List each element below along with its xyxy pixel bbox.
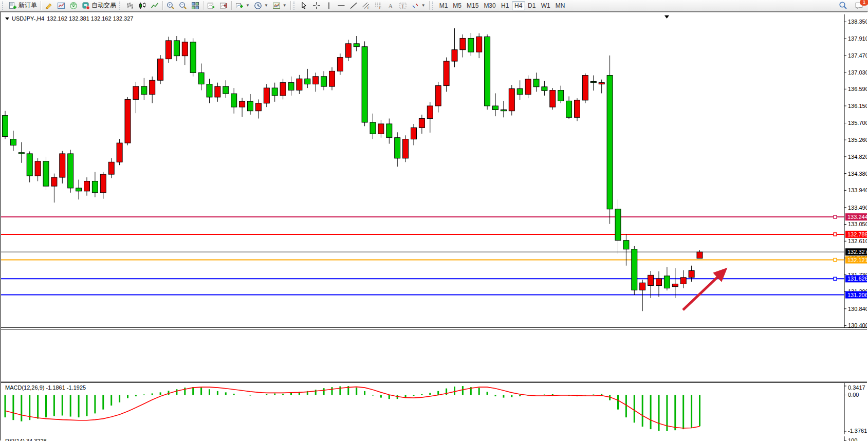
candle <box>672 268 678 298</box>
candle <box>68 150 73 193</box>
template-button[interactable]: ▼ <box>270 1 289 11</box>
zoom-out-button[interactable] <box>177 1 189 11</box>
signals-button[interactable] <box>67 1 80 11</box>
channel-tool-button[interactable]: E <box>360 1 372 11</box>
candle <box>607 56 613 224</box>
zoom-out-icon <box>179 2 187 10</box>
candle <box>174 36 179 61</box>
label-tool-button[interactable]: T <box>397 1 409 11</box>
candle <box>51 174 57 203</box>
horizontal-line-tool-button[interactable] <box>335 1 347 11</box>
trendline-tool-button[interactable] <box>347 1 360 11</box>
candle <box>100 172 106 199</box>
pane-separator[interactable] <box>1 327 867 329</box>
candle <box>255 99 261 118</box>
candle <box>493 94 498 117</box>
toolbar-grip[interactable] <box>119 2 123 10</box>
candle <box>419 115 424 134</box>
horizontal-level-line[interactable] <box>1 215 844 218</box>
macd-scale-label: 0.3417 <box>848 384 865 391</box>
timeframe-D1[interactable]: D1 <box>525 1 539 10</box>
svg-text:A: A <box>388 2 393 9</box>
notifications-button[interactable]: 1 <box>853 1 866 11</box>
candle <box>43 157 49 190</box>
timeframe-W1[interactable]: W1 <box>539 1 553 10</box>
timeframe-toolbar: M1M5M15M30H1H4D1W1MN <box>437 1 568 10</box>
text-label-icon: T <box>399 2 407 10</box>
notification-badge: 1 <box>860 0 868 6</box>
price-tick-label: 136.590 <box>848 86 867 92</box>
candle <box>533 72 539 91</box>
price-tick-label: 133.940 <box>848 187 867 193</box>
candle <box>558 86 564 103</box>
candle <box>264 84 269 107</box>
horizontal-level-line[interactable] <box>1 259 844 262</box>
text-tool-button[interactable]: A <box>384 1 397 11</box>
price-line-badge: 133.244 <box>845 213 867 220</box>
zoom-in-button[interactable] <box>164 1 177 11</box>
new-order-button[interactable]: 新订单 <box>7 1 39 11</box>
candle <box>444 58 449 92</box>
candle <box>158 55 163 84</box>
macd-pane[interactable]: 0.34170.00-1.3761 <box>1 383 867 434</box>
candle <box>223 80 229 98</box>
new-chart-button[interactable]: ▼ <box>233 1 252 11</box>
timeframe-M30[interactable]: M30 <box>481 1 498 10</box>
timeframe-H4[interactable]: H4 <box>512 1 525 10</box>
fibonacci-tool-button[interactable]: F <box>372 1 384 11</box>
candle <box>329 67 335 90</box>
styler-button[interactable] <box>43 1 55 11</box>
svg-text:E: E <box>367 6 370 10</box>
candle <box>305 69 310 88</box>
timeframe-MN[interactable]: MN <box>553 1 568 10</box>
candlestick-chart-button[interactable] <box>136 1 149 11</box>
candle <box>460 34 466 58</box>
svg-text:133.244: 133.244 <box>847 214 867 220</box>
price-tick-label: 130.400 <box>848 322 867 327</box>
main-toolbar: 新订单 自动交易 <box>0 0 868 11</box>
timeframe-M1[interactable]: M1 <box>437 1 451 10</box>
pane-separator[interactable] <box>1 381 867 383</box>
rsi-pane[interactable]: 1008050150 <box>1 436 867 441</box>
candle <box>182 38 188 65</box>
autotrading-button[interactable]: 自动交易 <box>80 1 118 11</box>
new-chart-icon <box>235 2 244 10</box>
timeframe-H1[interactable]: H1 <box>498 1 512 10</box>
price-tick-label: 135.700 <box>848 120 867 126</box>
candle <box>697 250 703 258</box>
vertical-line-tool-button[interactable] <box>323 1 335 11</box>
candle <box>648 271 654 298</box>
candle <box>108 158 114 178</box>
price-chart-pane[interactable]: 138.350137.910137.470137.030136.590136.1… <box>1 14 867 327</box>
toolbar-grip[interactable] <box>2 2 6 10</box>
new-order-label: 新订单 <box>19 1 37 10</box>
cursor-tool-button[interactable] <box>298 1 310 11</box>
svg-text:132.789: 132.789 <box>847 231 867 237</box>
price-tick-label: 132.610 <box>848 238 867 244</box>
candle <box>575 98 580 121</box>
arrows-tool-button[interactable]: ▼ <box>409 1 428 11</box>
candle <box>362 41 367 126</box>
chart-shift-button[interactable] <box>217 1 230 11</box>
toolbar-separator <box>231 1 232 10</box>
bar-chart-button[interactable] <box>124 1 136 11</box>
horizontal-level-line[interactable] <box>1 233 844 236</box>
market-watch-button[interactable] <box>55 1 67 11</box>
tile-windows-button[interactable] <box>189 1 201 11</box>
candle <box>485 34 490 109</box>
chart-shift-marker-icon[interactable] <box>664 15 669 19</box>
candle <box>632 246 637 295</box>
tile-windows-icon <box>191 2 199 10</box>
timeframe-M5[interactable]: M5 <box>450 1 464 10</box>
auto-scroll-button[interactable] <box>205 1 217 11</box>
period-button[interactable]: ▼ <box>252 1 270 11</box>
toolbar-grip[interactable] <box>293 2 297 10</box>
timeframe-M15[interactable]: M15 <box>464 1 481 10</box>
candle <box>76 180 82 200</box>
line-chart-button[interactable] <box>149 1 161 11</box>
horizontal-line-icon <box>337 2 345 10</box>
vertical-line-icon <box>325 2 333 10</box>
crosshair-tool-button[interactable] <box>310 1 323 11</box>
toolbar-grip[interactable] <box>432 2 436 10</box>
search-button[interactable] <box>837 1 849 11</box>
